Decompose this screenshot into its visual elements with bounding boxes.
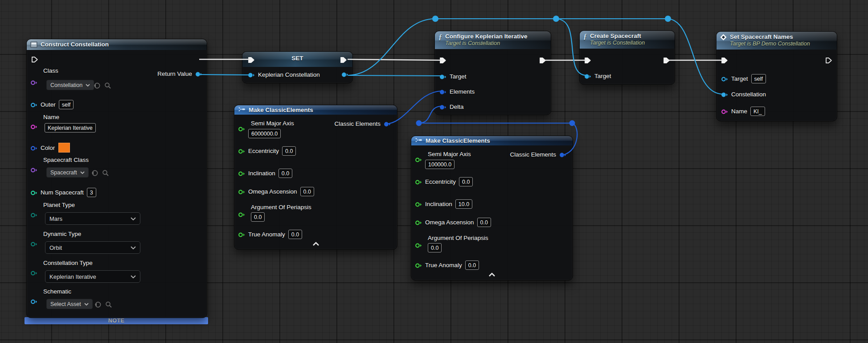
node-make-classic-elements-2[interactable]: Make ClassicElements Semi Major Axis 100… xyxy=(411,136,573,281)
elements-pin[interactable] xyxy=(439,89,446,95)
eccentricity-pin[interactable] xyxy=(238,148,245,154)
blueprint-graph-canvas[interactable]: Construct Constellation Return Value Cla… xyxy=(0,0,868,343)
class-picker[interactable]: Constellation xyxy=(46,80,94,90)
exec-out-pin[interactable] xyxy=(340,57,347,63)
omega-ascension-pin[interactable] xyxy=(415,219,422,225)
schematic-asset-picker[interactable]: Select Asset xyxy=(46,299,93,309)
inclination-field[interactable]: 0.0 xyxy=(278,169,292,178)
omega-ascension-field[interactable]: 0.0 xyxy=(300,187,314,196)
search-icon[interactable] xyxy=(105,301,112,308)
name-pin[interactable] xyxy=(721,108,728,114)
argument-of-periapsis-pin[interactable] xyxy=(415,242,422,248)
constellation-type-value: Keplerian Iterative xyxy=(49,273,96,280)
node-header[interactable]: ƒ Create Spacecraft Target is Constellat… xyxy=(580,31,675,49)
return-value-pin[interactable] xyxy=(195,71,202,77)
chevron-up-icon[interactable] xyxy=(488,271,496,277)
reset-icon[interactable] xyxy=(94,301,102,308)
node-header[interactable]: Set Spacecraft Names Target is BP Demo C… xyxy=(717,32,837,50)
reset-icon[interactable] xyxy=(91,169,98,177)
delta-pin[interactable] xyxy=(439,104,446,110)
target-pin[interactable] xyxy=(584,73,591,79)
semi-major-axis-label: Semi Major Axis xyxy=(251,120,294,127)
exec-in-pin[interactable] xyxy=(248,57,255,63)
name-value-field[interactable]: KI_ xyxy=(750,107,765,116)
classic-elements-out-pin[interactable] xyxy=(384,121,391,127)
semi-major-axis-pin[interactable] xyxy=(415,157,422,162)
constellation-pin[interactable] xyxy=(721,91,728,97)
omega-ascension-pin[interactable] xyxy=(238,189,245,194)
exec-in-pin[interactable] xyxy=(439,57,446,64)
constellation-type-label: Constellation Type xyxy=(43,260,93,266)
argument-of-periapsis-field[interactable]: 0.0 xyxy=(251,212,265,222)
target-pin[interactable] xyxy=(721,76,728,82)
semi-major-axis-label: Semi Major Axis xyxy=(428,151,471,157)
semi-major-axis-field[interactable]: 100000.0 xyxy=(425,160,454,169)
true-anomaly-pin[interactable] xyxy=(238,231,245,237)
outer-value-field[interactable]: self xyxy=(59,100,74,109)
eccentricity-field[interactable]: 0.0 xyxy=(282,146,296,156)
reset-icon[interactable] xyxy=(94,82,101,89)
classic-elements-out-pin[interactable] xyxy=(559,152,566,157)
planet-type-pin[interactable] xyxy=(30,212,37,218)
outer-pin[interactable] xyxy=(30,102,37,107)
eccentricity-field[interactable]: 0.0 xyxy=(459,177,473,186)
node-set-spacecraft-names[interactable]: Set Spacecraft Names Target is BP Demo C… xyxy=(716,31,837,121)
exec-in-pin[interactable] xyxy=(584,57,591,64)
node-header[interactable]: ƒ Configure Keplerian Iterative Target i… xyxy=(435,31,551,49)
dynamic-type-pin[interactable] xyxy=(30,241,37,247)
node-create-spacecraft[interactable]: ƒ Create Spacecraft Target is Constellat… xyxy=(579,30,675,85)
exec-in-pin[interactable] xyxy=(721,57,728,64)
variable-out-pin[interactable] xyxy=(341,71,348,77)
inclination-pin[interactable] xyxy=(238,170,245,176)
target-pin[interactable] xyxy=(439,74,446,79)
elements-label: Elements xyxy=(450,88,475,95)
node-header[interactable]: Construct Constellation xyxy=(27,39,207,50)
semi-major-axis-pin[interactable] xyxy=(238,126,245,132)
schematic-pin[interactable] xyxy=(30,298,37,304)
name-value-field[interactable]: Keplerian Iterative xyxy=(45,123,96,132)
inclination-pin[interactable] xyxy=(415,201,422,207)
target-value-field[interactable]: self xyxy=(751,74,766,83)
reroute-node xyxy=(432,16,438,22)
argument-of-periapsis-pin[interactable] xyxy=(238,211,245,217)
true-anomaly-field[interactable]: 0.0 xyxy=(288,230,302,239)
dynamic-type-dropdown[interactable]: Orbit xyxy=(45,241,140,254)
node-subtitle: Target is BP Demo Constellation xyxy=(730,41,810,47)
constellation-type-pin[interactable] xyxy=(30,270,37,276)
true-anomaly-field[interactable]: 0.0 xyxy=(465,260,479,270)
argument-of-periapsis-field[interactable]: 0.0 xyxy=(428,243,442,252)
color-swatch[interactable] xyxy=(58,142,70,153)
true-anomaly-pin[interactable] xyxy=(415,262,422,268)
node-subtitle: Target is Constellation xyxy=(445,40,528,47)
exec-out-pin[interactable] xyxy=(825,57,832,64)
node-construct-constellation[interactable]: Construct Constellation Return Value Cla… xyxy=(26,39,207,318)
eccentricity-pin[interactable] xyxy=(415,179,422,185)
constellation-type-dropdown[interactable]: Keplerian Iterative xyxy=(45,270,140,283)
variable-in-pin[interactable] xyxy=(248,72,255,78)
node-header[interactable]: Make ClassicElements xyxy=(234,105,397,115)
class-pin[interactable] xyxy=(30,79,37,85)
inclination-field[interactable]: 10.0 xyxy=(455,199,472,209)
exec-out-pin[interactable] xyxy=(663,57,670,64)
omega-ascension-field[interactable]: 0.0 xyxy=(477,218,491,227)
node-configure-keplerian-iterative[interactable]: ƒ Configure Keplerian Iterative Target i… xyxy=(434,31,551,115)
planet-type-dropdown[interactable]: Mars xyxy=(45,212,140,225)
argument-of-periapsis-label: Argument Of Periapsis xyxy=(428,235,488,241)
semi-major-axis-field[interactable]: 6000000.0 xyxy=(248,129,281,138)
spacecraft-class-pin[interactable] xyxy=(30,167,37,173)
spacecraft-class-picker[interactable]: Spacecraft xyxy=(46,167,89,178)
color-pin[interactable] xyxy=(30,145,37,151)
node-make-classic-elements-1[interactable]: Make ClassicElements Semi Major Axis 600… xyxy=(234,105,397,250)
node-header[interactable]: Make ClassicElements xyxy=(411,136,573,145)
num-spacecraft-pin[interactable] xyxy=(30,190,37,195)
node-set-keplerian-constellation[interactable]: SET Keplerian Constellation xyxy=(242,51,353,83)
chevron-up-icon[interactable] xyxy=(312,240,320,246)
name-pin[interactable] xyxy=(30,124,37,129)
exec-out-pin[interactable] xyxy=(539,57,546,64)
node-comment-bubble: NOTE xyxy=(25,317,208,324)
exec-in-pin[interactable] xyxy=(31,56,38,63)
num-spacecraft-field[interactable]: 3 xyxy=(87,188,96,197)
search-icon[interactable] xyxy=(104,82,111,89)
node-title: Configure Keplerian Iterative xyxy=(445,33,528,40)
search-icon[interactable] xyxy=(102,169,109,177)
